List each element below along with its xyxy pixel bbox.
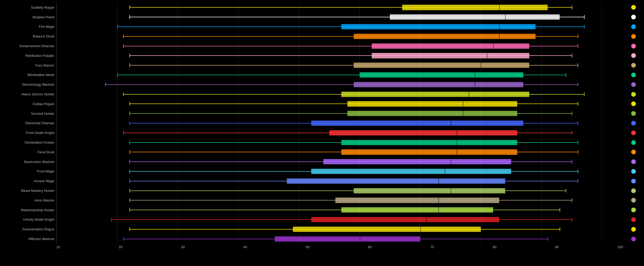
class-dot [631, 101, 636, 106]
median-line [420, 226, 421, 232]
y-label: Devastation Evoker [0, 138, 54, 147]
dot-row [631, 89, 636, 99]
whisker-cap-left [129, 140, 130, 144]
median-line [463, 101, 463, 107]
x-label: 80 [493, 245, 496, 249]
dot-row [631, 31, 636, 41]
median-line [493, 43, 494, 49]
whisker-cap-left [117, 25, 118, 29]
whisker-cap-left [129, 189, 130, 193]
iqr-box [275, 236, 420, 241]
iqr-box [354, 63, 530, 68]
median-line [445, 168, 445, 175]
iqr-box [347, 111, 517, 116]
class-dot [631, 237, 636, 241]
median-line [475, 82, 475, 88]
whisker-cap-left [111, 218, 112, 222]
x-label: 20 [119, 245, 122, 249]
box-row [57, 89, 602, 99]
whisker-cap-right [572, 54, 572, 58]
whisker-cap-left [129, 150, 130, 154]
whisker-cap-left [105, 83, 106, 86]
x-label: 70 [430, 245, 434, 249]
class-dot [631, 44, 636, 48]
y-label: Fire Mage [0, 22, 54, 32]
median-line [469, 91, 469, 97]
whisker-cap-left [129, 102, 130, 106]
y-label: Fury Warrior [0, 61, 54, 70]
chart-area: Subtlety RogueShadow PriestFire MageBala… [0, 3, 644, 244]
class-dot [631, 198, 636, 203]
box-row [57, 12, 602, 22]
iqr-box [372, 43, 529, 48]
box-row [57, 99, 602, 109]
median-line [499, 4, 500, 10]
box-row [57, 3, 602, 12]
y-label: Beast Mastery Hunter [0, 186, 54, 196]
box-row [57, 118, 602, 128]
class-dot [631, 188, 636, 193]
iqr-box [402, 5, 548, 10]
whisker-cap-right [578, 150, 578, 154]
dot-row [631, 186, 636, 196]
dots-area [623, 3, 644, 244]
whisker-cap-left [129, 179, 130, 183]
dot-row [631, 205, 636, 215]
median-line [438, 207, 439, 213]
median-line [481, 62, 481, 68]
class-dot [631, 82, 636, 87]
chart-container: Subtlety RogueShadow PriestFire MageBala… [0, 0, 644, 266]
median-line [475, 72, 475, 78]
median-line [457, 149, 457, 155]
median-line [457, 139, 457, 146]
x-label: 90 [555, 245, 559, 249]
box-row [57, 205, 602, 215]
whisker-cap-left [123, 92, 124, 96]
whisker-cap-left [129, 121, 130, 125]
box-row [57, 147, 602, 157]
box-row [57, 70, 602, 80]
y-label: Survival Hunter [0, 109, 54, 118]
box-row [57, 234, 602, 244]
median-line [451, 120, 451, 126]
whisker-cap-right [560, 227, 560, 231]
whisker-cap-left [129, 6, 130, 9]
class-dot [631, 227, 636, 232]
x-label: 60 [368, 245, 372, 249]
dot-row [631, 61, 636, 70]
median-line [457, 130, 457, 136]
whisker-cap-right [572, 160, 572, 164]
median-line [499, 33, 500, 40]
class-dot [631, 121, 636, 126]
iqr-box [341, 149, 517, 155]
whisker-cap-left [117, 73, 118, 77]
box-row [57, 61, 602, 70]
whisker-cap-right [584, 92, 585, 96]
median-line [451, 188, 451, 194]
dot-row [631, 157, 636, 167]
y-label: Frost Death Knight [0, 128, 54, 138]
whisker-cap-right [578, 83, 578, 86]
whisker-cap-right [560, 208, 560, 212]
box-row [57, 215, 602, 225]
class-dot [631, 73, 636, 77]
x-label: 40 [243, 245, 247, 249]
y-label: Arms Warrior [0, 196, 54, 205]
box-row [57, 80, 602, 89]
class-dot [631, 111, 636, 116]
whisker-cap-left [123, 44, 124, 48]
whisker-cap-right [572, 198, 572, 202]
iqr-box [354, 188, 505, 193]
y-label: Demonology Warlock [0, 80, 54, 89]
class-dot [631, 140, 636, 145]
iqr-box [293, 227, 481, 232]
dot-row [631, 80, 636, 89]
class-dot [631, 159, 636, 164]
whisker-cap-right [578, 121, 578, 125]
iqr-box [311, 121, 523, 126]
whisker-cap-right [578, 140, 578, 144]
iqr-box [311, 217, 499, 222]
iqr-box [390, 14, 560, 20]
class-dot [631, 92, 636, 97]
x-label: 10 [56, 245, 60, 249]
